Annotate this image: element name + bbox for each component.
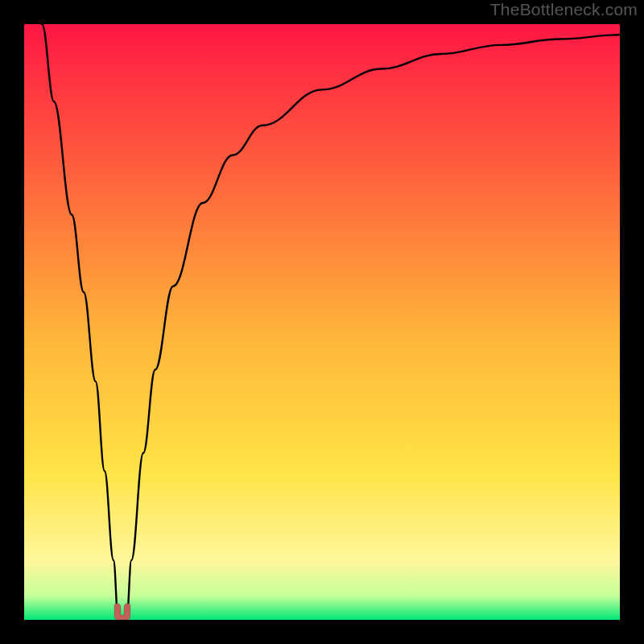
chart-frame: TheBottleneck.com [0, 0, 644, 644]
curve-right-branch [126, 35, 620, 620]
watermark-text: TheBottleneck.com [490, 0, 638, 19]
curve-left-branch [42, 24, 118, 620]
bottleneck-curve [24, 24, 620, 620]
plot-area [24, 24, 620, 620]
optimal-marker-icon [111, 602, 134, 620]
